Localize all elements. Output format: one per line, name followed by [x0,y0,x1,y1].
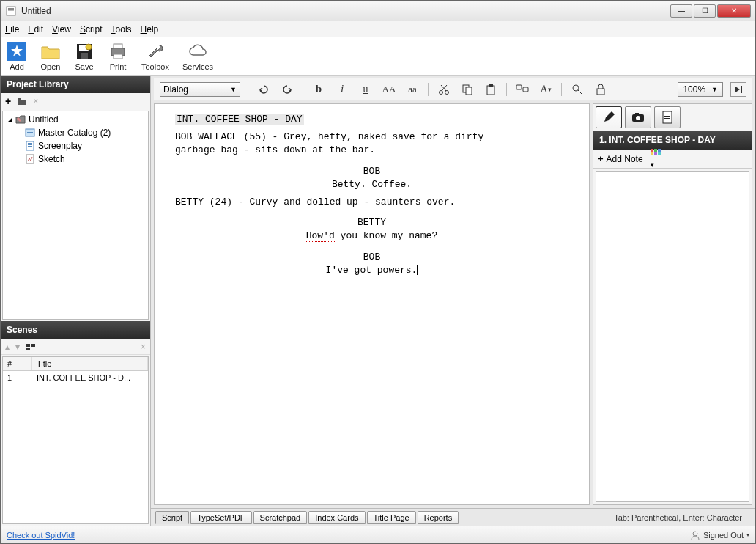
svg-rect-43 [658,149,661,152]
svg-point-47 [693,532,697,536]
divider [303,83,303,96]
scenes-panel: Scenes ▴ ▾ × # Title 1 INT. COFFEE SHOP … [1,321,150,526]
script-editor[interactable]: INT. COFFEE SHOP - DAY BOB WALLACE (55) … [154,103,590,505]
dialog-text: I've got powers. [175,264,568,277]
scene-close-button[interactable]: × [141,342,146,352]
notes-area[interactable] [596,171,749,502]
star-icon [7,41,27,62]
menu-tools[interactable]: Tools [111,24,132,34]
project-tree[interactable]: ◢ Untitled Master Catalog (2) Screenplay… [2,111,149,320]
save-button[interactable]: Save [74,41,94,71]
maximize-button[interactable]: ☐ [694,4,716,18]
scene-down-button[interactable]: ▾ [15,342,20,352]
svg-rect-33 [741,86,742,93]
svg-rect-3 [8,12,14,12]
svg-rect-11 [114,54,122,59]
underline-button[interactable]: u [357,82,374,97]
tab-reports[interactable]: Reports [418,511,459,524]
svg-rect-42 [654,149,657,152]
uppercase-button[interactable]: AA [381,82,397,97]
scene-row[interactable]: 1 INT. COFFEE SHOP - D... [3,371,148,384]
print-label: Print [110,62,127,71]
color-grid-button[interactable]: ▾ [651,149,661,169]
add-note-button[interactable]: + Add Note [598,153,643,164]
keyboard-hint: Tab: Parenthetical, Enter: Character [614,513,751,522]
pen-tab[interactable] [596,106,622,128]
undo-button[interactable] [256,82,272,97]
expand-icon[interactable]: ◢ [7,116,12,123]
search-button[interactable] [569,82,585,97]
print-button[interactable]: Print [108,41,128,71]
tab-typeset[interactable]: TypeSet/PDF [190,511,251,524]
col-title[interactable]: Title [32,357,148,370]
add-button[interactable]: Add [7,41,27,71]
promo-link[interactable]: Check out SpidVid! [7,531,75,540]
menubar: File Edit View Script Tools Help [1,21,755,37]
folder-icon [40,41,61,62]
svg-rect-17 [28,144,32,145]
divider [248,83,248,96]
menu-edit[interactable]: Edit [28,24,43,34]
svg-rect-46 [658,152,661,155]
add-label: Add [10,62,24,71]
zoom-select[interactable]: 100% ▼ [678,82,723,97]
folder-button[interactable] [17,97,27,106]
tab-script[interactable]: Script [155,511,189,524]
scene-up-button[interactable]: ▴ [5,342,10,352]
svg-rect-21 [31,344,35,347]
svg-point-8 [86,44,92,50]
tab-titlepage[interactable]: Title Page [367,511,416,524]
italic-button[interactable]: i [334,82,350,97]
tree-item-sketch[interactable]: Sketch [4,152,147,166]
svg-rect-13 [27,131,33,131]
user-icon [690,530,700,540]
delete-button[interactable]: × [33,96,38,106]
cut-button[interactable] [436,82,452,97]
open-button[interactable]: Open [40,41,61,71]
camera-tab[interactable] [625,106,651,128]
svg-rect-1 [8,8,14,10]
tab-indexcards[interactable]: Index Cards [308,511,365,524]
character-name: BETTY [175,216,568,229]
divider [428,83,429,96]
menu-file[interactable]: File [5,24,19,34]
close-button[interactable]: ✕ [717,4,751,18]
col-num[interactable]: # [3,357,32,370]
statusbar: Check out SpidVid! Signed Out ▾ [1,526,755,543]
services-button[interactable]: Services [182,41,213,71]
svg-rect-2 [8,10,14,11]
comment-button[interactable] [514,82,530,97]
scenes-toolbar: ▴ ▾ × [1,339,150,355]
text-style-button[interactable]: A▾ [538,82,554,97]
menu-view[interactable]: View [52,24,71,34]
copy-button[interactable] [459,82,475,97]
add-project-button[interactable]: + [5,95,11,107]
tree-item-catalog[interactable]: Master Catalog (2) [4,126,147,139]
menu-help[interactable]: Help [141,24,159,34]
signed-status[interactable]: Signed Out ▾ [690,530,749,540]
menu-script[interactable]: Script [80,24,103,34]
tree-root-label: Untitled [29,114,59,125]
scene-view-button[interactable] [26,342,36,351]
lowercase-button[interactable]: aa [404,82,420,97]
tree-root[interactable]: ◢ Untitled [4,113,147,126]
svg-rect-36 [635,113,639,115]
svg-rect-30 [523,87,528,92]
tree-item-screenplay[interactable]: Screenplay [4,139,147,152]
lock-button[interactable] [593,82,609,97]
minimize-button[interactable]: — [670,4,692,18]
project-library-header: Project Library [1,76,150,93]
project-library-toolbar: + × [1,93,150,109]
scene-list[interactable]: # Title 1 INT. COFFEE SHOP - D... [2,356,149,524]
redo-button[interactable] [279,82,295,97]
element-type-select[interactable]: Dialog ▼ [160,82,240,97]
tab-scratchpad[interactable]: Scratchpad [253,511,308,524]
panel-toggle-button[interactable] [730,82,746,97]
svg-rect-44 [651,152,653,155]
notes-tabs [593,104,752,131]
paste-button[interactable] [483,82,499,97]
document-tab[interactable] [654,106,681,128]
bold-button[interactable]: b [311,82,327,97]
toolbox-button[interactable]: Toolbox [141,41,169,71]
svg-rect-10 [114,44,122,48]
